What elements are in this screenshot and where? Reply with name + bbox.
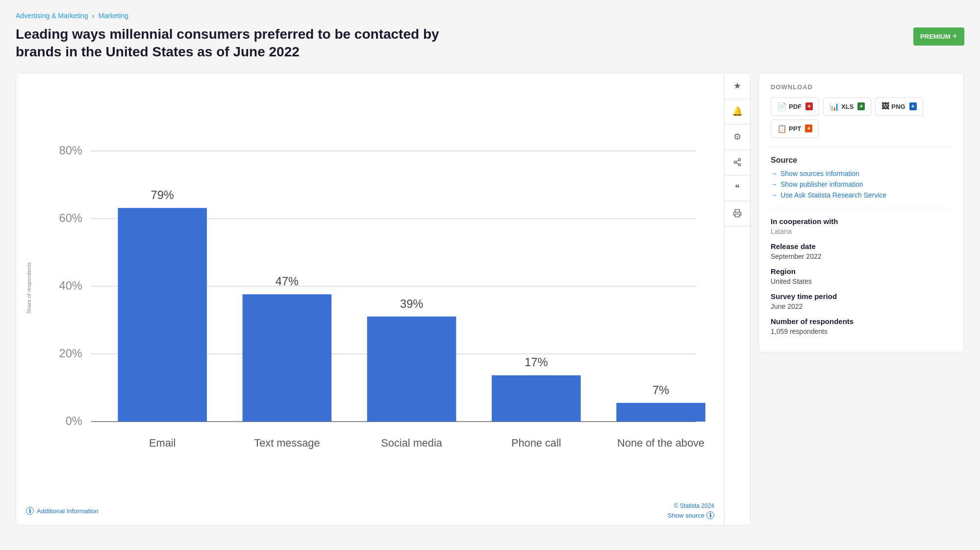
metadata-survey-period: Survey time period June 2022 [771, 292, 952, 310]
statista-copyright: © Statista 2024 [674, 502, 714, 509]
svg-line-25 [736, 160, 738, 162]
survey-period-label: Survey time period [771, 292, 952, 300]
xls-label: XLS [841, 103, 854, 110]
download-ppt-button[interactable]: 📋 PPT + [771, 120, 819, 138]
respondents-value: 1,059 respondents [771, 327, 952, 335]
page-title: Leading ways millennial consumers prefer… [16, 25, 447, 61]
png-label: PNG [891, 103, 905, 110]
share-button[interactable] [725, 150, 750, 175]
svg-text:80%: 80% [59, 144, 82, 157]
show-source-link[interactable]: Show source ℹ [668, 511, 714, 519]
svg-text:Phone call: Phone call [511, 437, 561, 449]
breadcrumb-marketing[interactable]: Marketing [99, 12, 128, 20]
metadata-release-date: Release date September 2022 [771, 242, 952, 260]
pdf-label: PDF [789, 103, 802, 110]
pdf-icon: 📄 [777, 102, 787, 111]
chart-footer: ℹ Additional Information © Statista 2024… [26, 499, 714, 519]
bar-email [118, 208, 207, 422]
svg-line-24 [736, 163, 738, 164]
svg-text:39%: 39% [400, 297, 423, 310]
svg-text:Email: Email [149, 437, 176, 449]
premium-plus: + [952, 31, 957, 42]
settings-button[interactable]: ⚙ [725, 125, 750, 150]
bar-social-media [367, 317, 456, 422]
svg-text:7%: 7% [653, 383, 669, 396]
download-png-button[interactable]: 🖼 PNG + [875, 98, 923, 116]
premium-label: PREMIUM [920, 33, 950, 40]
svg-point-21 [738, 159, 741, 161]
svg-text:47%: 47% [276, 275, 299, 288]
svg-text:20%: 20% [59, 347, 82, 360]
xls-plus: + [857, 102, 865, 110]
metadata-respondents: Number of respondents 1,059 respondents [771, 317, 952, 335]
png-icon: 🖼 [881, 102, 889, 111]
additional-info-link[interactable]: ℹ Additional Information [26, 507, 99, 515]
bar-phone-call [492, 375, 581, 421]
download-buttons: 📄 PDF + 📊 XLS + 🖼 PNG + 📋 PPT + [771, 98, 952, 138]
y-axis-label: Share of respondents [26, 83, 36, 493]
breadcrumb-advertising[interactable]: Advertising & Marketing [16, 12, 88, 20]
ppt-label: PPT [789, 125, 801, 132]
notifications-button[interactable]: 🔔 [725, 99, 750, 125]
show-source-icon: ℹ [706, 511, 714, 519]
chart-container: Share of respondents 0% 20% 40% 60% [16, 73, 751, 525]
svg-text:Text message: Text message [254, 437, 320, 449]
ppt-icon: 📋 [777, 124, 787, 133]
pdf-plus: + [805, 102, 813, 110]
cite-button[interactable]: ❝ [725, 175, 750, 201]
favorite-button[interactable]: ★ [725, 74, 750, 99]
svg-text:0%: 0% [66, 415, 82, 427]
release-date-value: September 2022 [771, 252, 952, 260]
metadata-region: Region United States [771, 267, 952, 285]
download-pdf-button[interactable]: 📄 PDF + [771, 98, 819, 116]
download-section: DOWNLOAD 📄 PDF + 📊 XLS + 🖼 PNG + [771, 83, 952, 138]
bar-chart: 0% 20% 40% 60% 80% 79% Email [38, 83, 714, 493]
footer-right: © Statista 2024 Show source ℹ [668, 502, 714, 519]
show-publisher-link[interactable]: → Show publisher information [771, 180, 952, 188]
premium-button[interactable]: PREMIUM + [913, 27, 964, 46]
bar-none-above [616, 403, 705, 422]
arrow-icon-3: → [771, 191, 778, 199]
arrow-icon-1: → [771, 170, 778, 177]
arrow-icon-2: → [771, 180, 778, 188]
svg-point-22 [734, 161, 736, 164]
cooperation-section: In cooperation with Latana [771, 217, 952, 235]
svg-rect-26 [735, 214, 740, 217]
show-sources-link[interactable]: → Show sources information [771, 170, 952, 177]
xls-icon: 📊 [829, 102, 839, 111]
download-title: DOWNLOAD [771, 83, 952, 91]
svg-text:79%: 79% [151, 189, 174, 201]
ppt-plus: + [805, 125, 812, 132]
svg-text:Social media: Social media [381, 437, 443, 449]
cooperation-label: In cooperation with [771, 217, 952, 225]
breadcrumb-sep: › [92, 12, 95, 20]
breadcrumb: Advertising & Marketing › Marketing [16, 12, 964, 20]
bar-text-message [243, 294, 332, 422]
chart-area: Share of respondents 0% 20% 40% 60% [16, 74, 724, 525]
region-label: Region [771, 267, 952, 275]
right-panel: DOWNLOAD 📄 PDF + 📊 XLS + 🖼 PNG + [758, 73, 964, 352]
download-xls-button[interactable]: 📊 XLS + [823, 98, 871, 116]
svg-point-23 [738, 164, 741, 166]
ask-statista-link[interactable]: → Use Ask Statista Research Service [771, 191, 952, 199]
release-date-label: Release date [771, 242, 952, 250]
survey-period-value: June 2022 [771, 302, 952, 310]
svg-text:60%: 60% [59, 212, 82, 225]
source-section: Source → Show sources information → Show… [771, 156, 952, 199]
region-value: United States [771, 277, 952, 285]
svg-text:40%: 40% [59, 279, 82, 292]
png-plus: + [909, 102, 917, 110]
print-button[interactable] [725, 201, 750, 226]
sidebar-icon-strip: ★ 🔔 ⚙ ❝ [724, 74, 750, 525]
svg-text:None of the above: None of the above [617, 437, 704, 449]
respondents-label: Number of respondents [771, 317, 952, 325]
cooperation-value: Latana [771, 227, 952, 235]
source-title: Source [771, 156, 952, 165]
svg-text:17%: 17% [525, 356, 548, 369]
